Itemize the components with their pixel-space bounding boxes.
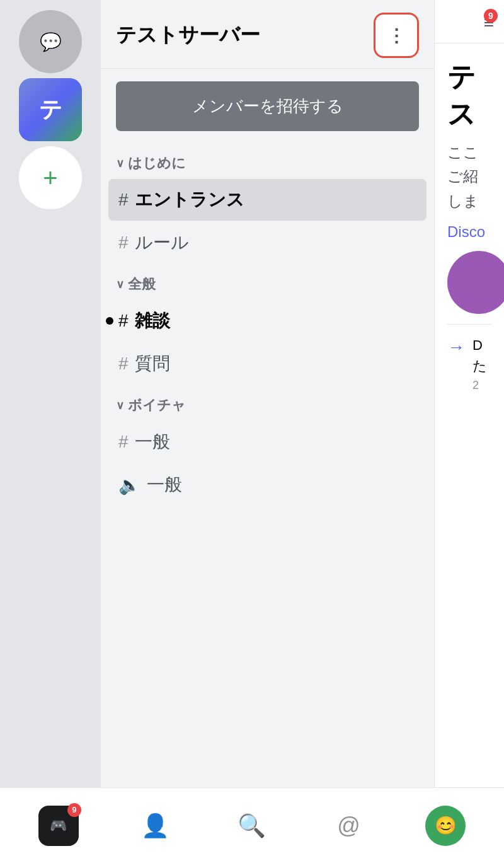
section-header-general[interactable]: ∨ 全般 — [108, 270, 427, 299]
chat-icon: 💬 — [40, 32, 62, 52]
section-general: ∨ 全般 # 雑談 # 質問 — [101, 265, 434, 386]
app-container: 💬 テ + テストサーバー ⋮ メンバーを招待する ∨ はじめに # — [0, 0, 504, 863]
server-title: テストサーバー — [116, 21, 260, 49]
chevron-icon-voice: ∨ — [116, 398, 124, 412]
chat-server-icon[interactable]: 💬 — [19, 10, 82, 73]
nav-home[interactable]: 🎮 9 — [33, 801, 84, 851]
welcome-text-1: ここご紹しま — [447, 141, 491, 213]
section-label-hajimeni: はじめに — [128, 154, 186, 173]
te-label: テ — [39, 95, 62, 125]
avatar-purple — [447, 251, 504, 314]
section-label-voice: ボイチャ — [128, 396, 186, 415]
hash-icon-question: # — [118, 354, 129, 374]
channel-name-rules: ルール — [135, 231, 189, 255]
channel-entrance[interactable]: # エントランス — [108, 179, 427, 221]
message-text: Dた — [472, 335, 491, 376]
channel-name-voice-general: 一般 — [135, 430, 170, 454]
speaker-icon: 🔈 — [118, 475, 140, 495]
channel-header: テストサーバー ⋮ — [101, 0, 434, 69]
friends-icon: 👤 — [141, 813, 169, 839]
chevron-icon: ∨ — [116, 156, 124, 170]
hamburger-menu[interactable]: ≡ 9 — [484, 13, 494, 33]
add-server-icon[interactable]: + — [19, 146, 82, 209]
search-icon: 🔍 — [238, 813, 266, 839]
more-options-button[interactable]: ⋮ — [374, 13, 419, 58]
channel-question[interactable]: # 質問 — [108, 343, 427, 385]
discord-home-glyph: 🎮 — [50, 818, 67, 834]
channel-rules[interactable]: # ルール — [108, 222, 427, 264]
profile-glyph: 😊 — [435, 815, 457, 836]
arrow-icon: → — [447, 337, 465, 357]
section-voice: ∨ ボイチャ # 一般 🔈 一般 — [101, 386, 434, 507]
nav-mentions[interactable]: @ — [324, 801, 374, 851]
channel-chat[interactable]: # 雑談 — [108, 300, 427, 342]
section-label-general: 全般 — [128, 275, 156, 294]
section-header-hajimeni[interactable]: ∨ はじめに — [108, 149, 427, 178]
more-dots-icon: ⋮ — [387, 25, 405, 46]
hash-icon-rules: # — [118, 233, 129, 253]
hash-icon: # — [118, 190, 129, 210]
section-hajimeni: ∨ はじめに # エントランス # ルール — [101, 144, 434, 265]
channel-name-chat: 雑談 — [135, 309, 170, 333]
channel-name-voice-general2: 一般 — [147, 473, 182, 497]
welcome-title: テス — [447, 59, 491, 133]
server-list: 💬 テ + — [0, 0, 101, 863]
channel-name-entrance: エントランス — [135, 188, 244, 212]
channel-name-question: 質問 — [135, 352, 170, 376]
te-icon-inner: テ — [19, 78, 82, 141]
channel-voice-general-text[interactable]: # 一般 — [108, 421, 427, 463]
main-header: ≡ 9 — [435, 0, 504, 43]
section-header-voice[interactable]: ∨ ボイチャ — [108, 391, 427, 420]
divider — [447, 324, 491, 325]
notification-badge: 9 — [484, 9, 498, 23]
chevron-icon-general: ∨ — [116, 277, 124, 291]
add-icon: + — [43, 164, 57, 192]
unread-dot — [106, 317, 113, 325]
message-content: Dた 2 — [472, 335, 491, 392]
discord-link[interactable]: Disco — [447, 223, 485, 240]
main-body: テス ここご紹しま Disco → Dた 2 — [435, 43, 504, 863]
profile-icon: 😊 — [425, 806, 466, 846]
invite-button[interactable]: メンバーを招待する — [116, 81, 419, 131]
nav-search[interactable]: 🔍 — [227, 801, 277, 851]
welcome-section: テス ここご紹しま Disco — [447, 59, 491, 241]
hash-icon-voice-general: # — [118, 432, 129, 452]
nav-profile[interactable]: 😊 — [420, 801, 471, 851]
mentions-icon: @ — [337, 813, 360, 839]
message-time: 2 — [472, 379, 491, 392]
bottom-nav: 🎮 9 👤 🔍 @ 😊 — [0, 787, 504, 863]
channel-list: テストサーバー ⋮ メンバーを招待する ∨ はじめに # エントランス # ルー… — [101, 0, 435, 863]
home-badge: 9 — [67, 803, 81, 817]
te-server-icon[interactable]: テ — [19, 78, 82, 141]
nav-friends[interactable]: 👤 — [130, 801, 180, 851]
message-item: → Dた 2 — [447, 335, 491, 392]
hash-icon-chat: # — [118, 311, 129, 331]
main-content: ≡ 9 テス ここご紹しま Disco → Dた 2 — [435, 0, 504, 863]
channel-voice-general-voice[interactable]: 🔈 一般 — [108, 464, 427, 506]
